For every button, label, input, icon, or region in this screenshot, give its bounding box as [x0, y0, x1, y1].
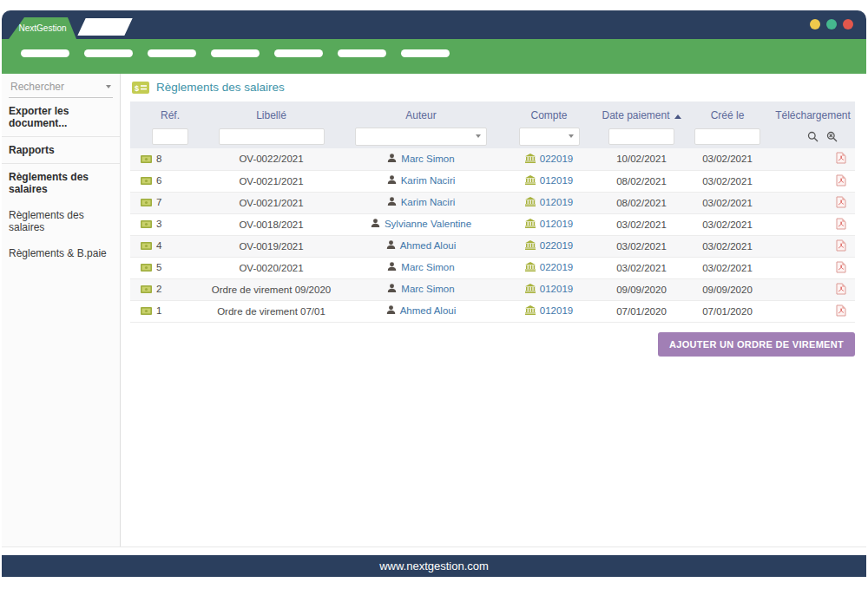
sidebar-item-reglements-salaires[interactable]: Règlements des salaires	[2, 202, 120, 240]
column-header-ref[interactable]: Réf.	[130, 101, 200, 124]
chevron-down-icon	[106, 85, 111, 88]
compte-link[interactable]: 012019	[540, 305, 573, 316]
add-order-button[interactable]: AJOUTER UN ORDRE DE VIREMENT	[658, 332, 855, 357]
window-controls	[810, 19, 853, 29]
date-paiement-value: 08/02/2021	[599, 170, 684, 192]
sidebar-menu: Exporter les document... Rapports Règlem…	[2, 98, 120, 266]
column-header-date-paiement[interactable]: Date paiement	[599, 101, 684, 124]
clear-search-icon[interactable]	[826, 131, 838, 142]
pdf-download-icon[interactable]	[836, 174, 846, 187]
pdf-download-icon[interactable]	[836, 261, 846, 273]
pdf-download-icon[interactable]	[836, 196, 846, 208]
filter-cree-le-input[interactable]	[694, 128, 760, 145]
column-header-compte[interactable]: Compte	[499, 101, 599, 124]
table-header-row: Réf. Libellé Auteur Compte Date paiement…	[130, 101, 855, 124]
date-paiement-value: 03/02/2021	[599, 235, 684, 257]
table-row[interactable]: 5 OV-0020/2021 Marc Simo	[130, 257, 855, 278]
payments-table-body: 8 OV-0022/2021 Marc Simo	[130, 148, 855, 322]
table-row[interactable]: 4 OV-0019/2021 Ahmed Alo	[130, 235, 855, 257]
app-window: NextGestion Rechercher Exporter les docu…	[2, 10, 866, 577]
page-title: $ Règlements des salaires	[132, 81, 855, 94]
compte-link[interactable]: 022019	[540, 240, 573, 251]
maximize-dot-icon[interactable]	[826, 19, 837, 29]
libelle-value: OV-0022/2021	[200, 148, 343, 170]
filter-auteur-select[interactable]	[355, 128, 487, 146]
table-row[interactable]: 1 Ordre de virement 07/01	[130, 300, 855, 322]
pdf-download-icon[interactable]	[836, 218, 846, 230]
sort-ascending-icon	[674, 115, 681, 119]
table-row[interactable]: 6 OV-0021/2021 Karim Nac	[130, 170, 855, 192]
compte-link[interactable]: 012019	[540, 284, 573, 294]
table-actions: AJOUTER UN ORDRE DE VIREMENT	[130, 332, 855, 357]
person-icon	[387, 154, 397, 163]
table-row[interactable]: 3 OV-0018/2021 Sylvianne	[130, 213, 855, 235]
auteur-link[interactable]: Karim Naciri	[401, 175, 456, 186]
bank-icon	[525, 219, 536, 228]
filter-ref-input[interactable]	[152, 128, 188, 145]
compte-link[interactable]: 012019	[540, 175, 573, 186]
compte-link[interactable]: 012019	[540, 197, 573, 207]
search-icon[interactable]	[807, 131, 819, 142]
ref-value: 5	[156, 262, 161, 272]
nav-menu-pill[interactable]	[338, 49, 386, 57]
sidebar-item-rapports[interactable]: Rapports	[2, 137, 120, 163]
bank-icon	[525, 262, 536, 272]
auteur-link[interactable]: Ahmed Aloui	[400, 305, 457, 316]
footer-url: www.nextgestion.com	[379, 560, 489, 573]
cree-le-value: 03/02/2021	[684, 192, 771, 213]
pdf-download-icon[interactable]	[836, 152, 846, 164]
minimize-dot-icon[interactable]	[810, 19, 820, 29]
person-icon	[387, 262, 397, 272]
ref-value: 1	[156, 305, 161, 316]
cree-le-value: 03/02/2021	[684, 170, 771, 192]
sidebar-item-exporter[interactable]: Exporter les document...	[2, 98, 120, 136]
libelle-value: Ordre de virement 07/01	[200, 300, 343, 322]
pdf-download-icon[interactable]	[836, 283, 846, 295]
cree-le-value: 03/02/2021	[684, 257, 771, 278]
nav-menu-pill[interactable]	[148, 49, 196, 57]
svg-text:$: $	[135, 83, 139, 92]
ref-value: 7	[156, 197, 161, 207]
table-row[interactable]: 7 OV-0021/2021 Karim Nac	[130, 192, 855, 213]
close-dot-icon[interactable]	[843, 19, 853, 29]
bank-icon	[525, 284, 536, 293]
browser-tab-ghost[interactable]	[77, 18, 132, 36]
search-dropdown[interactable]: Rechercher	[9, 78, 113, 98]
filter-date-paiement-input[interactable]	[608, 128, 674, 145]
filter-compte-select[interactable]	[519, 128, 580, 146]
compte-link[interactable]: 022019	[540, 262, 573, 272]
auteur-link[interactable]: Marc Simon	[401, 154, 454, 164]
sidebar-item-reglements-bpaie[interactable]: Règlements & B.paie	[2, 240, 120, 266]
column-header-auteur[interactable]: Auteur	[343, 101, 499, 124]
libelle-value: Ordre de virement 09/2020	[200, 278, 343, 300]
pdf-download-icon[interactable]	[836, 239, 846, 252]
page-title-label: Règlements des salaires	[156, 81, 285, 94]
nav-menu-pill[interactable]	[211, 49, 260, 57]
table-row[interactable]: 8 OV-0022/2021 Marc Simo	[130, 148, 855, 170]
table-row[interactable]: 2 Ordre de virement 09/2020	[130, 278, 855, 300]
auteur-link[interactable]: Sylvianne Valentine	[385, 219, 471, 229]
auteur-link[interactable]: Karim Naciri	[401, 197, 456, 207]
pdf-download-icon[interactable]	[836, 304, 846, 317]
nav-menu-pill[interactable]	[21, 49, 69, 57]
ref-value: 4	[156, 240, 161, 251]
sidebar-item-reglements-salaires-group[interactable]: Règlements des salaires	[2, 164, 120, 202]
auteur-link[interactable]: Marc Simon	[401, 284, 454, 294]
cree-le-value: 03/02/2021	[684, 148, 771, 170]
column-header-cree-le[interactable]: Créé le	[684, 101, 771, 124]
libelle-value: OV-0021/2021	[200, 192, 343, 213]
libelle-value: OV-0019/2021	[200, 235, 343, 257]
auteur-link[interactable]: Marc Simon	[401, 262, 454, 272]
person-icon	[387, 175, 397, 185]
column-header-libelle[interactable]: Libellé	[200, 101, 343, 124]
footer: www.nextgestion.com	[2, 555, 866, 577]
compte-link[interactable]: 012019	[540, 219, 573, 229]
compte-link[interactable]: 022019	[540, 154, 573, 164]
auteur-link[interactable]: Ahmed Aloui	[400, 240, 457, 251]
brand-tab[interactable]: NextGestion	[9, 17, 76, 39]
filter-libelle-input[interactable]	[219, 128, 325, 145]
nav-menu-pill[interactable]	[84, 49, 133, 57]
nav-menu-pill[interactable]	[274, 49, 323, 57]
brand-tab-label: NextGestion	[18, 23, 66, 33]
nav-menu-pill[interactable]	[401, 49, 450, 57]
